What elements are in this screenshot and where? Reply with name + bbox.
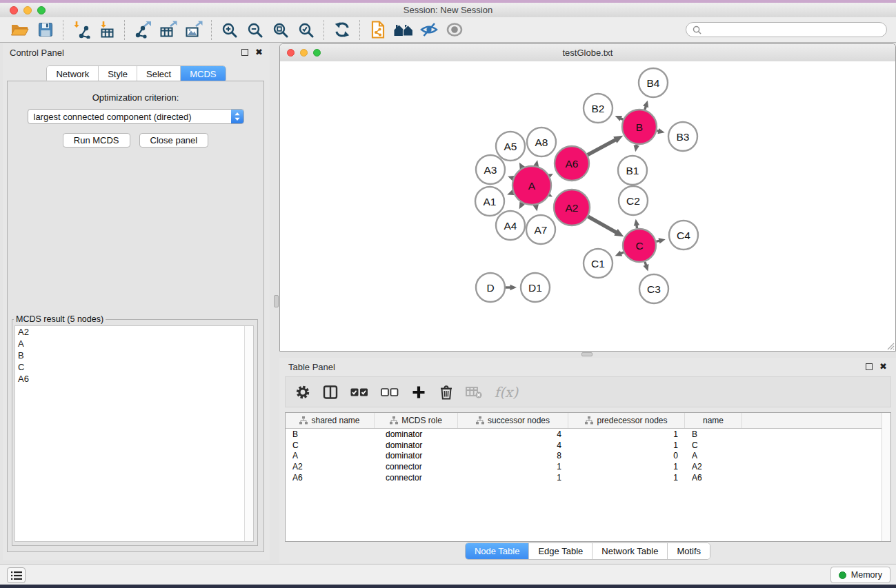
add-column-button[interactable] <box>410 383 428 401</box>
graph-node-B[interactable]: B <box>622 110 657 144</box>
close-network-window-button[interactable] <box>287 49 295 57</box>
minimize-network-window-button[interactable] <box>300 49 308 57</box>
table-scrollbar[interactable] <box>882 413 890 541</box>
result-item[interactable]: C <box>15 361 253 373</box>
table-tab-node-table[interactable]: Node Table <box>466 543 530 559</box>
graph-node-A3[interactable]: A3 <box>476 155 505 184</box>
import-network-button[interactable] <box>68 19 94 41</box>
control-tab-select[interactable]: Select <box>137 66 181 82</box>
hide-selected-button[interactable] <box>416 19 441 41</box>
table-tab-motifs[interactable]: Motifs <box>668 543 710 559</box>
control-tab-network[interactable]: Network <box>47 66 99 82</box>
control-panel-title: Control Panel <box>10 48 64 58</box>
table-row[interactable]: Adominator80A <box>286 450 890 461</box>
criterion-dropdown[interactable]: largest connected component (directed) <box>28 109 244 124</box>
minimize-window-button[interactable] <box>23 6 32 14</box>
refresh-view-button[interactable] <box>329 19 355 41</box>
open-network-document-button[interactable] <box>365 19 390 41</box>
export-network-button[interactable] <box>130 19 155 41</box>
zoom-fit-button[interactable] <box>268 19 293 41</box>
close-panel-button-inner[interactable]: Close panel <box>139 133 209 148</box>
task-history-button[interactable] <box>7 567 26 583</box>
search-input[interactable] <box>705 24 880 35</box>
table-tab-network-table[interactable]: Network Table <box>593 543 668 559</box>
horizontal-split-divider-handle[interactable] <box>581 352 593 356</box>
table-row[interactable]: Cdominator41C <box>286 440 890 451</box>
column-header-successor-nodes[interactable]: successor nodes <box>458 413 568 428</box>
save-session-button[interactable] <box>32 19 58 41</box>
close-panel-button[interactable]: ✖ <box>255 49 263 56</box>
export-image-button[interactable] <box>181 19 206 41</box>
table-settings-button[interactable] <box>294 383 312 401</box>
table-cell: C <box>685 440 742 450</box>
graph-node-A7[interactable]: A7 <box>526 215 555 244</box>
graph-node-label: D <box>486 282 494 294</box>
select-all-button[interactable] <box>349 383 370 401</box>
graph-edge-A6-B[interactable] <box>588 140 616 155</box>
deselect-all-button[interactable] <box>379 383 400 401</box>
graph-node-label: C <box>635 240 643 252</box>
graph-node-C3[interactable]: C3 <box>639 274 668 303</box>
column-header-name[interactable]: name <box>685 413 742 428</box>
zoom-network-window-button[interactable] <box>313 49 321 57</box>
ndex-home-button[interactable] <box>390 19 416 41</box>
network-window-titlebar[interactable]: testGlobe.txt <box>280 44 895 62</box>
zoom-in-button[interactable] <box>217 19 242 41</box>
graph-edge-arrowhead <box>510 285 517 291</box>
network-canvas[interactable]: B4B2BB3A8A5A6B1A3AA1C2A2A4A7C4CC1DD1C3 <box>280 61 895 351</box>
toolbar-separator <box>323 20 324 40</box>
import-table-button[interactable] <box>94 19 119 41</box>
zoom-out-button[interactable] <box>242 19 268 41</box>
float-table-panel-button[interactable] <box>866 363 873 370</box>
show-columns-button[interactable] <box>321 383 339 401</box>
run-mcds-button[interactable]: Run MCDS <box>63 133 130 148</box>
close-table-panel-button[interactable]: ✖ <box>879 363 887 370</box>
search-field[interactable] <box>686 22 887 37</box>
memory-button[interactable]: Memory <box>830 567 890 583</box>
table-row[interactable]: Bdominator41B <box>286 429 890 440</box>
graph-node-B1[interactable]: B1 <box>618 156 647 185</box>
zoom-window-button[interactable] <box>37 6 46 14</box>
table-row[interactable]: A6connector11A6 <box>286 472 890 483</box>
graph-node-A6[interactable]: A6 <box>555 146 589 181</box>
graph-edge-arrowhead <box>658 238 665 243</box>
column-header-shared-name[interactable]: shared name <box>286 413 375 428</box>
graph-node-B4[interactable]: B4 <box>639 68 668 97</box>
graph-node-C4[interactable]: C4 <box>669 221 698 250</box>
open-file-button[interactable] <box>7 19 32 41</box>
delete-columns-button[interactable] <box>437 383 455 401</box>
graph-node-C2[interactable]: C2 <box>619 186 648 215</box>
result-item[interactable]: B <box>15 349 253 361</box>
column-header-MCDS-role[interactable]: MCDS role <box>375 413 458 428</box>
show-all-button[interactable] <box>441 19 467 41</box>
graph-node-C1[interactable]: C1 <box>584 249 613 278</box>
graph-node-D1[interactable]: D1 <box>521 273 550 302</box>
graph-node-D[interactable]: D <box>476 273 505 302</box>
result-item[interactable]: A <box>15 338 253 349</box>
resize-grip-icon[interactable] <box>885 341 895 350</box>
graph-edge-A2-C[interactable] <box>588 216 617 232</box>
float-panel-button[interactable] <box>241 49 248 56</box>
graph-node-B3[interactable]: B3 <box>668 122 697 151</box>
graph-node-A2[interactable]: A2 <box>554 190 590 225</box>
vertical-split-divider-handle[interactable] <box>274 295 279 307</box>
graph-node-C[interactable]: C <box>623 229 656 262</box>
zoom-selected-button[interactable] <box>293 19 319 41</box>
result-list-scrollbar[interactable] <box>244 326 253 541</box>
graph-node-A1[interactable]: A1 <box>475 187 504 216</box>
result-item[interactable]: A6 <box>15 373 253 385</box>
memory-label: Memory <box>851 570 882 580</box>
graph-node-A5[interactable]: A5 <box>496 132 525 161</box>
graph-node-A8[interactable]: A8 <box>527 128 556 156</box>
table-tab-edge-table[interactable]: Edge Table <box>529 543 593 559</box>
graph-node-A4[interactable]: A4 <box>496 211 525 240</box>
graph-node-B2[interactable]: B2 <box>584 94 613 123</box>
column-header-predecessor-nodes[interactable]: predecessor nodes <box>568 413 685 428</box>
control-tab-mcds[interactable]: MCDS <box>181 66 225 82</box>
export-table-button[interactable] <box>155 19 181 41</box>
control-tab-style[interactable]: Style <box>99 66 137 82</box>
result-item[interactable]: A2 <box>15 326 253 338</box>
graph-node-A[interactable]: A <box>512 166 551 205</box>
close-window-button[interactable] <box>10 6 18 14</box>
table-row[interactable]: A2connector11A2 <box>286 461 890 472</box>
